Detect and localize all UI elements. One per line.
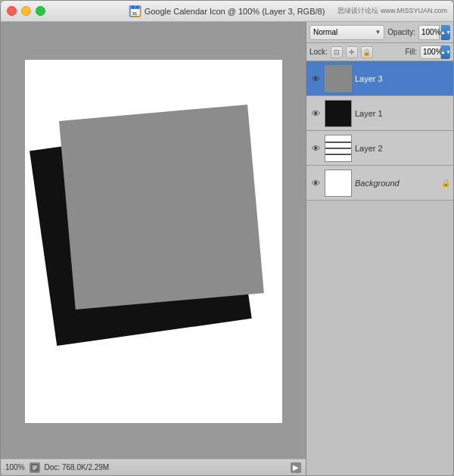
svg-rect-4 xyxy=(137,6,138,8)
layer3-visibility-icon[interactable]: 👁 xyxy=(309,73,322,85)
background-lock-badge: 🔒 xyxy=(441,178,450,188)
titlebar: 31 Google Calendar Icon @ 100% (Layer 3,… xyxy=(1,1,453,22)
lock-label: Lock: xyxy=(309,48,328,56)
layer3-thumbnail xyxy=(325,65,352,92)
traffic-lights xyxy=(7,6,45,16)
blend-mode-arrow: ▼ xyxy=(375,29,381,36)
doc-icon xyxy=(30,462,40,473)
layer1-visibility-icon[interactable]: 👁 xyxy=(309,107,322,120)
blend-mode-value: Normal xyxy=(313,28,337,36)
canvas-area[interactable]: 100% Doc: 768.0K/2.29M ▶ xyxy=(1,22,306,475)
layer-item-background[interactable]: 👁 Background 🔒 xyxy=(306,166,453,201)
fill-value: 100% xyxy=(423,48,443,56)
svg-rect-2 xyxy=(131,7,140,9)
background-thumbnail xyxy=(325,170,352,197)
zoom-level: 100% xyxy=(5,463,25,471)
watermark: 思绿设计论坛 www.MISSYUAN.com xyxy=(337,6,447,16)
background-visibility-icon[interactable]: 👁 xyxy=(309,177,322,189)
fill-control[interactable]: 100% ▲▼ xyxy=(420,45,450,59)
panel-bottom-area xyxy=(306,201,453,475)
blend-mode-row: Normal ▼ Opacity: 100% ▲▼ xyxy=(306,22,453,43)
main-content: 100% Doc: 768.0K/2.29M ▶ Normal ▼ O xyxy=(1,22,453,475)
fill-value-box[interactable]: 100% xyxy=(420,45,441,59)
opacity-stepper[interactable]: ▲▼ xyxy=(441,25,450,40)
opacity-value: 100% xyxy=(421,28,441,36)
canvas-background xyxy=(25,60,282,423)
layer1-thumbnail xyxy=(325,100,352,127)
fill-label: Fill: xyxy=(405,48,417,56)
layer2-thumb-graphic xyxy=(325,135,351,161)
lock-position-icon[interactable]: ✛ xyxy=(346,46,358,58)
maximize-button[interactable] xyxy=(36,6,45,16)
lock-pixels-icon[interactable]: ⊡ xyxy=(331,46,343,58)
lock-row: Lock: ⊡ ✛ 🔒 Fill: 100% ▲▼ xyxy=(306,43,453,61)
main-window: 31 Google Calendar Icon @ 100% (Layer 3,… xyxy=(0,0,454,476)
lock-all-icon[interactable]: 🔒 xyxy=(361,46,373,58)
window-title: Google Calendar Icon @ 100% (Layer 3, RG… xyxy=(145,7,325,16)
layer1-name: Layer 1 xyxy=(355,109,450,118)
background-thumb-graphic xyxy=(325,170,351,196)
forward-arrow[interactable]: ▶ xyxy=(291,462,301,473)
layer-main-visual xyxy=(58,104,263,310)
opacity-value-box[interactable]: 100% xyxy=(418,25,440,40)
window-title-group: 31 Google Calendar Icon @ 100% (Layer 3,… xyxy=(129,5,325,17)
background-name: Background xyxy=(355,179,438,188)
layer2-name: Layer 2 xyxy=(355,144,450,153)
canvas-statusbar: 100% Doc: 768.0K/2.29M ▶ xyxy=(1,459,306,475)
layer1-thumb-graphic xyxy=(325,101,351,126)
doc-info: Doc: 768.0K/2.29M xyxy=(45,463,110,471)
layer-item-layer2[interactable]: 👁 Layer 2 xyxy=(306,131,453,166)
app-icon: 31 xyxy=(129,5,141,17)
fill-stepper[interactable]: ▲▼ xyxy=(441,45,450,59)
layer-item-layer1[interactable]: 👁 Layer 1 xyxy=(306,96,453,131)
opacity-control[interactable]: 100% ▲▼ xyxy=(418,25,450,40)
blend-mode-select[interactable]: Normal ▼ xyxy=(309,25,384,40)
svg-text:31: 31 xyxy=(132,11,138,16)
close-button[interactable] xyxy=(7,6,17,16)
layer2-visibility-icon[interactable]: 👁 xyxy=(309,142,322,154)
layer2-thumbnail xyxy=(325,135,352,162)
layer3-thumb-graphic xyxy=(325,66,351,92)
layer3-name: Layer 3 xyxy=(355,74,450,83)
layer-item-layer3[interactable]: 👁 Layer 3 xyxy=(306,61,453,96)
layers-panel: Normal ▼ Opacity: 100% ▲▼ Lock: ⊡ ✛ 🔒 Fi… xyxy=(306,22,453,475)
minimize-button[interactable] xyxy=(21,6,31,16)
opacity-label: Opacity: xyxy=(387,28,415,36)
svg-rect-3 xyxy=(132,6,134,8)
